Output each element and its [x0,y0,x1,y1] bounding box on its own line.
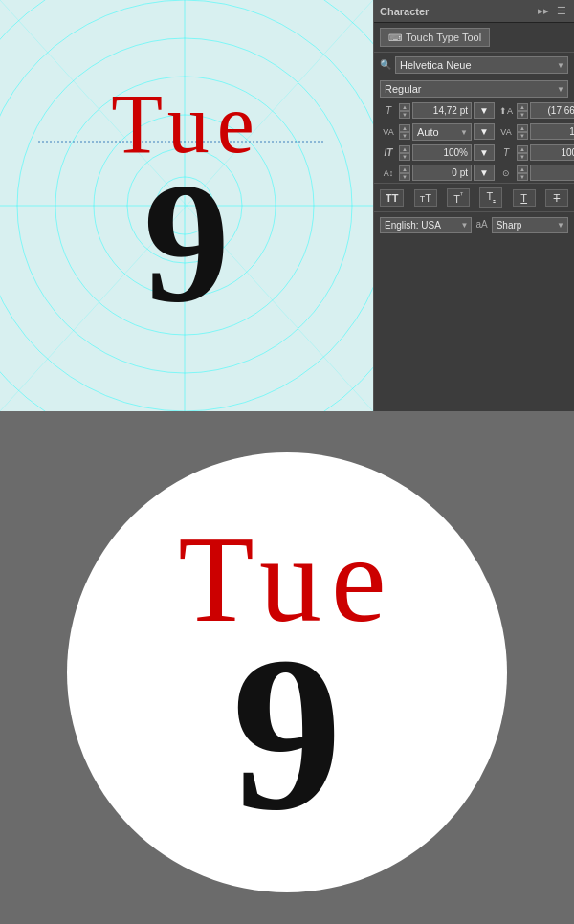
rotation-up[interactable]: ▲ [517,165,528,173]
kerning-label-cell: VA ▲ ▼ Auto ▼ [380,122,495,141]
vscale-up[interactable]: ▲ [399,145,410,153]
style-sub-button[interactable]: T₂ [479,187,502,208]
character-panel: Character ▸▸ ☰ ⌨ Touch Type Tool 🔍 Helve… [373,0,574,411]
baseline-input[interactable] [412,165,472,181]
font-size-cell: T ▲ ▼ ▼ [380,102,495,119]
panel-header: Character ▸▸ ☰ [374,0,574,23]
baseline-cell: A↕ ▲ ▼ ▼ [380,165,495,181]
baseline-up[interactable]: ▲ [399,165,410,173]
rotation-label: ⊙ [497,168,515,178]
leading-label: ⬆A [497,106,515,116]
horizontal-scale-input[interactable] [530,144,574,161]
panel-title: Character [380,6,429,17]
touch-type-row: ⌨ Touch Type Tool [374,23,574,53]
font-style-select[interactable]: Regular [380,80,568,98]
vertical-scale-input[interactable] [412,144,472,161]
style-buttons-row: TT TT Tᵀ T₂ T T [374,183,574,211]
kerning-up[interactable]: ▲ [399,124,410,132]
antialiasing-select[interactable]: Sharp [492,217,568,233]
big-nine-text: 9 [232,641,342,828]
scale-row: IT ▲ ▼ ▼ T ▲ ▼ ▼ [374,143,574,163]
canvas-nine-text: 9 [144,157,230,329]
touch-type-label: Touch Type Tool [406,32,481,43]
rotation-cell: ⊙ ▲ ▼ ▼ [497,165,574,181]
tracking-down[interactable]: ▼ [517,132,528,140]
lower-section: Tue 9 [0,421,574,924]
canvas-area[interactable]: Tue 9 [0,0,373,411]
font-size-up[interactable]: ▲ [399,103,410,111]
kerning-stepper: ▲ ▼ [399,124,410,140]
leading-input[interactable] [530,102,574,119]
tracking-cell: VA ▲ ▼ [497,123,574,140]
kerning-select-wrapper: Auto [412,122,472,141]
kerning-unit[interactable]: ▼ [474,123,495,140]
collapse-panel-button[interactable]: ▸▸ [536,5,551,17]
font-size-stepper: ▲ ▼ [399,103,410,119]
tracking-stepper: ▲ ▼ [517,124,528,140]
vertical-scale-cell: IT ▲ ▼ ▼ [380,144,495,161]
baseline-stepper: ▲ ▼ [399,165,410,181]
baseline-rotation-row: A↕ ▲ ▼ ▼ ⊙ ▲ ▼ ▼ [374,163,574,183]
vscale-unit[interactable]: ▼ [474,144,495,161]
hscale-down[interactable]: ▼ [517,153,528,161]
font-size-input[interactable] [412,102,472,119]
font-size-label: T [380,105,397,116]
aa-label: aA [475,219,487,230]
kerning-row: VA ▲ ▼ Auto ▼ VA ▲ ▼ [374,121,574,143]
kerning-down[interactable]: ▼ [399,132,410,140]
font-name-row: 🔍 Helvetica Neue [374,53,574,77]
horizontal-scale-label: T [497,147,515,158]
font-name-select[interactable]: Helvetica Neue [395,56,568,74]
antialiasing-wrapper: Sharp [492,215,568,233]
style-tt-button[interactable]: TT [380,189,404,207]
style-underline-button[interactable]: T [513,189,536,207]
language-wrapper: English: USA [380,215,472,233]
panel-icons: ▸▸ ☰ [536,5,568,17]
panel-header-left: Character [380,6,429,17]
leading-cell: ⬆A ▲ ▼ [497,102,574,119]
font-size-unit[interactable]: ▼ [474,102,495,119]
rotation-stepper: ▲ ▼ [517,165,528,181]
style-strikethrough-button[interactable]: T [545,189,568,207]
panel-menu-button[interactable]: ☰ [555,5,568,17]
vscale-down[interactable]: ▼ [399,153,410,161]
leading-up[interactable]: ▲ [517,103,528,111]
baseline-label: A↕ [380,168,397,178]
kerning-select[interactable]: Auto [412,123,472,141]
leading-down[interactable]: ▼ [517,111,528,119]
size-leading-row: T ▲ ▼ ▼ ⬆A ▲ ▼ [374,100,574,121]
horizontal-scale-cell: T ▲ ▼ ▼ [497,144,574,161]
font-name-wrapper: Helvetica Neue [395,55,568,74]
leading-stepper: ▲ ▼ [517,103,528,119]
rotation-input[interactable] [530,165,574,181]
hscale-stepper: ▲ ▼ [517,145,528,161]
style-smallcap-button[interactable]: TT [414,189,437,207]
baseline-unit[interactable]: ▼ [474,165,495,181]
font-size-down[interactable]: ▼ [399,111,410,119]
tracking-input[interactable] [530,123,574,140]
vscale-stepper: ▲ ▼ [399,145,410,161]
font-style-row: Regular [374,77,574,100]
baseline-down[interactable]: ▼ [399,173,410,181]
tracking-up[interactable]: ▲ [517,124,528,132]
vertical-scale-label: IT [380,147,397,158]
language-row: English: USA aA Sharp [374,211,574,236]
hscale-up[interactable]: ▲ [517,145,528,153]
style-super-button[interactable]: Tᵀ [447,188,470,208]
touch-type-tool-button[interactable]: ⌨ Touch Type Tool [380,28,490,47]
font-style-wrapper: Regular [380,79,568,98]
rotation-down[interactable]: ▼ [517,173,528,181]
tracking-label: VA [497,127,515,137]
kerning-av-label: VA [380,127,397,137]
top-section: Tue 9 Character ▸▸ ☰ ⌨ Touch Type Tool 🔍 [0,0,574,421]
language-select[interactable]: English: USA [380,217,472,233]
touch-type-icon: ⌨ [388,33,402,43]
canvas-text-container: Tue 9 [0,0,373,411]
white-circle-display: Tue 9 [67,452,507,892]
font-search-icon: 🔍 [380,59,391,70]
